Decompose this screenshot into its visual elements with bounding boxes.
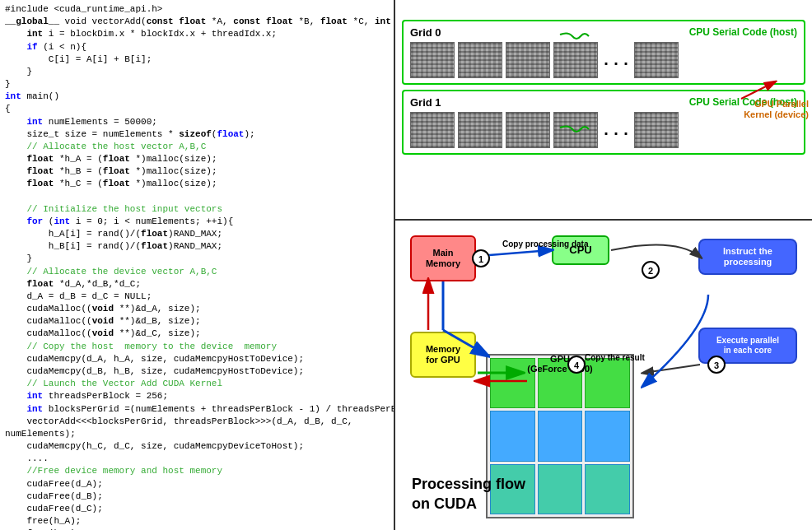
gpu-cell [538,464,583,514]
block-0-last [634,42,679,78]
main-memory-box: MainMemory [410,235,476,281]
code-line: __global__ void vectorAdd(const float *A… [5,16,389,28]
code-line: cudaMemcpy(h_C, d_C, size, cudaMemcpyDev… [5,440,389,453]
code-line: cudaMalloc((void **)&d_A, size); [5,303,389,315]
flow-title-line2: on CUDA [412,495,477,512]
gpu-label: GPU(GeForce 8800) [494,354,626,374]
flow-title: Processing flow on CUDA [412,475,525,514]
code-line: cudaMalloc((void **)&d_C, size); [5,328,389,340]
flow-title-line1: Processing flow [412,476,525,492]
block-0-3 [553,42,598,78]
block-0-1 [458,42,502,78]
right-panel: Grid 0 CPU Serial Code (host) ... Grid 1… [395,0,812,530]
dots-0: ... [601,51,631,70]
block-1-0 [410,112,455,148]
code-line: } [5,253,389,265]
code-line: #include <cuda_runtime_api.h> [5,3,389,16]
code-line: if (i < n){ [5,41,389,53]
code-comment: // Launch the Vector Add CUDA Kernel [5,378,389,390]
cpu-label: CPU [569,244,591,257]
code-comment: //Free device memory and host memory [5,465,389,477]
blocks-row-1: ... [410,112,797,148]
gpu-cell [585,464,630,514]
code-line: h_B[i] = rand()/(float)RAND_MAX; [5,240,389,253]
code-line: cudaFree(d_C); [5,503,389,515]
svg-text:1: 1 [478,254,483,264]
cpu-serial-label-0: CPU Serial Code (host) [689,26,797,38]
block-1-last [634,112,679,148]
code-comment: // Copy the host memory to the device me… [5,341,389,353]
code-comment: // Initialize the host input vectors [5,203,389,216]
code-line: cudaMemcpy(d_A, h_A, size, cudaMemcpyHos… [5,353,389,365]
code-line: int threadsPerBlock = 256; [5,390,389,402]
gpu-cell [585,411,630,461]
cpu-box: CPU [552,235,609,265]
code-line: cudaFree(d_B); [5,490,389,503]
blocks-row-0: ... [410,42,797,78]
code-line: float *h_A = (float *)malloc(size); [5,153,389,165]
code-comment: // Allocate the device vector A,B,C [5,266,389,278]
code-line: } [5,66,389,78]
code-line: .... [5,453,389,465]
code-line: { [5,103,389,115]
grid-diagram: Grid 0 CPU Serial Code (host) ... Grid 1… [395,0,812,221]
code-line: C[i] = A[i] + B[i]; [5,53,389,66]
code-line: cudaMalloc((void **)&d_B, size); [5,315,389,328]
code-line [5,191,389,203]
code-comment: // Allocate the host vector A,B,C [5,141,389,153]
code-line: float *h_C = (float *)malloc(size); [5,178,389,190]
svg-line-12 [644,365,700,373]
execute-box: Execute parallelin each core [698,328,797,364]
code-panel: #include <cuda_runtime_api.h> __global__… [0,0,395,530]
gpu-cell [538,411,583,461]
svg-line-3 [489,250,550,255]
block-1-2 [506,112,550,148]
block-1-1 [458,112,502,148]
block-0-0 [410,42,455,78]
block-0-2 [506,42,550,78]
block-1-3 [553,112,598,148]
code-line: int blocksPerGrid =(numElements + thread… [5,403,389,416]
svg-text:2: 2 [648,266,653,276]
memory-gpu-label: Memoryfor GPU [426,344,460,365]
code-line: for (int i = 0; i < numElements; ++i){ [5,216,389,228]
gpu-parallel-label: GPU ParallelKernel (device) [744,99,809,120]
code-line: vectorAdd<<<blocksPerGrid, threadsPerBlo… [5,416,389,428]
memory-gpu-box: Memoryfor GPU [410,332,476,378]
svg-point-5 [642,262,659,278]
code-line: size_t size = numElements * sizeof(float… [5,128,389,141]
code-line: } [5,78,389,91]
instruct-label: Instruct the processing [700,246,796,267]
code-line: numElements); [5,428,389,440]
code-line: d_A = d_B = d_C = NULL; [5,291,389,303]
execute-label: Execute parallelin each core [716,336,779,356]
code-line: free(h_A); [5,515,389,528]
code-line: int i = blockDim.x * blockIdx.x + thread… [5,28,389,40]
code-line: float *d_A,*d_B,*d_C; [5,278,389,291]
gpu-cell [490,411,535,461]
code-line: cudaFree(d_A); [5,478,389,490]
dots-1: ... [601,121,631,140]
cuda-flow-diagram: MainMemory CPU Memoryfor GPU Instruct th… [395,221,812,530]
code-line: int numElements = 50000; [5,116,389,128]
main-memory-label: MainMemory [426,248,460,269]
grid0-box: Grid 0 CPU Serial Code (host) ... [402,20,805,85]
code-line: int main() [5,91,389,103]
code-line: h_A[i] = rand()/(float)RAND_MAX; [5,228,389,240]
code-line: cudaMemcpy(d_B, h_B, size, cudaMemcpyHos… [5,365,389,378]
code-line: float *h_B = (float *)malloc(size); [5,165,389,178]
instruct-box: Instruct the processing [698,239,797,275]
